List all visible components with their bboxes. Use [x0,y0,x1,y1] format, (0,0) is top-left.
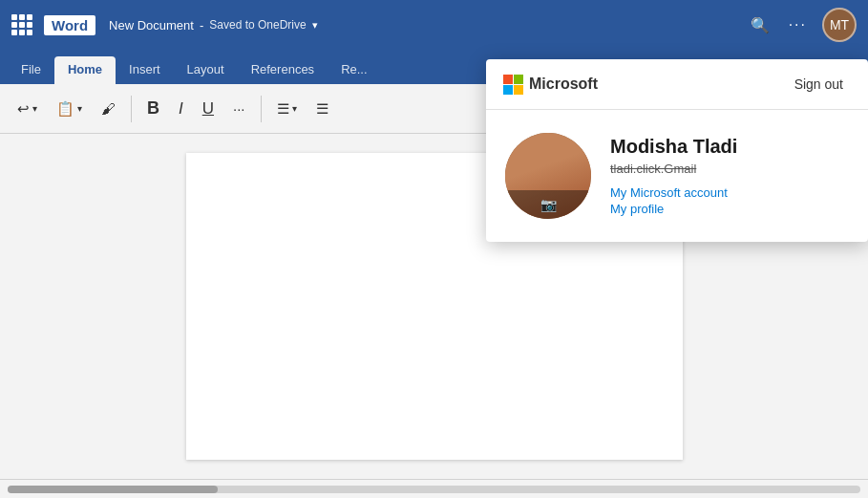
my-profile-link[interactable]: My profile [610,202,849,216]
doc-name: New Document [109,18,194,32]
title-bar: Word New Document - Saved to OneDrive ▾ … [0,0,868,50]
clipboard-chevron: ▾ [77,103,82,114]
undo-icon: ↩ [17,100,30,118]
profile-email: tladi.click.Gmail [610,162,849,176]
bold-icon: B [147,98,159,119]
tab-home[interactable]: Home [54,56,116,84]
profile-links: My Microsoft account My profile [610,185,849,216]
clipboard-icon: 📋 [56,100,74,118]
camera-icon: 📷 [540,197,557,212]
tab-insert[interactable]: Insert [116,56,174,84]
title-separator: - [200,18,203,32]
title-chevron[interactable]: ▾ [312,19,318,32]
profile-avatar[interactable]: 📷 [505,133,591,219]
ms-squares-icon [503,75,523,95]
popup-body: 📷 Modisha Tladi tladi.click.Gmail My Mic… [486,110,868,242]
ms-label: Microsoft [529,76,598,93]
italic-button[interactable]: I [171,95,191,123]
list-button[interactable]: ☰ ▾ [269,96,305,122]
undo-chevron: ▾ [32,103,37,114]
clipboard-button[interactable]: 📋 ▾ [49,96,90,122]
more-format-button[interactable]: ··· [225,96,253,121]
align-button[interactable]: ☰ [308,96,336,122]
ms-sq1 [503,75,513,84]
apps-grid-icon[interactable] [11,14,32,35]
ms-sq4 [514,85,523,95]
separator-2 [261,96,262,122]
user-avatar[interactable]: MT [822,8,857,42]
italic-icon: I [179,99,183,119]
undo-button[interactable]: ↩ ▾ [10,96,45,122]
underline-icon: U [202,99,214,119]
search-button[interactable]: 🔍 [747,12,773,38]
ms-sq3 [503,85,513,95]
align-icon: ☰ [316,100,328,118]
popup-header: Microsoft Sign out [486,59,868,110]
underline-button[interactable]: U [195,95,222,123]
tab-references[interactable]: References [238,56,328,84]
save-status: Saved to OneDrive [209,18,306,32]
word-logo: Word [44,15,95,35]
profile-name: Modisha Tladi [610,136,849,158]
camera-overlay: 📷 [505,190,591,219]
tab-layout[interactable]: Layout [174,56,238,84]
bottom-bar [0,479,868,498]
separator-1 [131,96,132,122]
my-account-link[interactable]: My Microsoft account [610,185,849,200]
tab-file[interactable]: File [8,56,54,84]
microsoft-logo: Microsoft [503,75,598,95]
profile-info: Modisha Tladi tladi.click.Gmail My Micro… [610,136,849,216]
list-icon: ☰ [277,100,289,118]
document-title: New Document - Saved to OneDrive ▾ [109,18,739,32]
more-format-icon: ··· [233,100,245,117]
bold-button[interactable]: B [139,94,167,123]
tab-review[interactable]: Re... [328,56,380,84]
scroll-thumb[interactable] [8,486,218,493]
format-painter-button[interactable]: 🖌 [94,96,123,121]
format-painter-icon: 🖌 [101,100,116,117]
more-options-button[interactable]: ··· [785,12,811,37]
sign-out-button[interactable]: Sign out [787,73,851,96]
title-actions: 🔍 ··· MT [747,8,857,42]
profile-popup: Microsoft Sign out 📷 Modisha Tladi tladi… [486,59,868,242]
list-chevron: ▾ [292,103,297,114]
horizontal-scrollbar[interactable] [8,486,860,493]
ms-sq2 [514,75,523,84]
